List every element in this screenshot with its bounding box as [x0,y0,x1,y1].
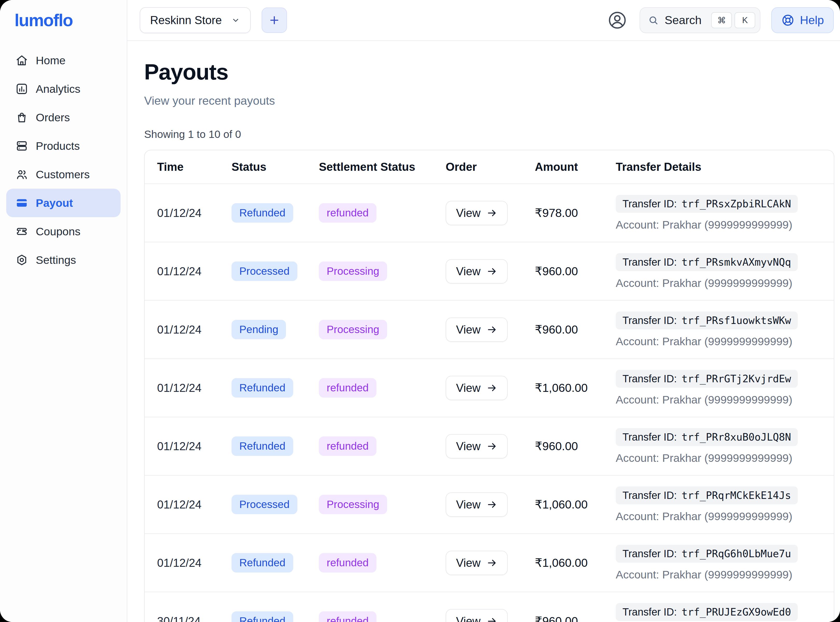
transfer-id-label: Transfer ID: [623,606,677,618]
payout-time: 01/12/24 [157,498,232,511]
view-order-button[interactable]: View [446,609,508,622]
transfer-id-label: Transfer ID: [623,548,677,559]
status-badge: Pending [232,320,286,339]
settings-icon [15,254,28,266]
column-header-settlement-status: Settlement Status [319,160,446,173]
help-label: Help [800,14,824,27]
help-button[interactable]: Help [771,7,834,33]
sidebar-item-label: Analytics [36,83,80,95]
view-order-button[interactable]: View [446,376,508,400]
home-icon [15,54,28,67]
transfer-id-chip: Transfer ID: trf_PRsmkvAXmyvNQq [616,253,798,271]
sidebar-item-label: Settings [36,254,76,267]
view-button-label: View [456,440,481,453]
sidebar-item-orders[interactable]: Orders [6,103,121,132]
sidebar-item-products[interactable]: Products [6,132,121,160]
payout-amount: ₹978.00 [535,206,616,220]
transfer-id-chip: Transfer ID: trf_PRUJEzGX9owEd0 [616,603,798,621]
sidebar-item-coupons[interactable]: Coupons [6,217,121,246]
table-row: 01/12/24 Processed Processing View ₹1,06… [145,475,834,534]
transfer-id-chip: Transfer ID: trf_PRsf1uowktsWKw [616,311,798,329]
transfer-id-value: trf_PRrGTj2KvjrdEw [681,373,791,384]
transfer-id-value: trf_PRsf1uowktsWKw [681,315,791,326]
arrow-right-icon [486,324,497,335]
view-button-label: View [456,615,481,622]
sidebar-item-payout[interactable]: Payout [6,189,121,217]
settlement-cell: refunded [319,611,446,622]
page-subtitle: View your recent payouts [144,94,834,108]
transfer-details-cell: Transfer ID: trf_PRsf1uowktsWKw Account:… [616,311,821,348]
view-order-button[interactable]: View [446,434,508,459]
sidebar-item-analytics[interactable]: Analytics [6,75,121,103]
settlement-cell: refunded [319,203,446,223]
search-input[interactable]: Search ⌘ K [640,7,761,33]
sidebar: lumoflo Home Analytics Orders Products C… [0,0,127,622]
view-order-button[interactable]: View [446,201,508,225]
table-row: 01/12/24 Processed Processing View ₹960.… [145,242,834,300]
transfer-details-cell: Transfer ID: trf_PRqG6h0LbMue7u Account:… [616,545,821,581]
k-key-badge: K [735,12,755,28]
transfer-id-label: Transfer ID: [623,198,677,210]
view-order-button[interactable]: View [446,317,508,342]
payout-time: 30/11/24 [157,615,232,622]
account-info: Account: Prakhar (9999999999999) [616,569,792,581]
settlement-status-badge: refunded [319,553,376,573]
payout-time: 01/12/24 [157,381,232,395]
sidebar-item-label: Coupons [36,225,80,238]
transfer-id-label: Transfer ID: [623,431,677,443]
chevron-down-icon [231,15,240,25]
payout-time: 01/12/24 [157,265,232,278]
status-badge: Refunded [232,611,293,622]
status-badge: Refunded [232,203,293,223]
order-cell: View [446,434,535,459]
payout-time: 01/12/24 [157,323,232,336]
user-avatar-button[interactable] [606,9,629,32]
results-count: Showing 1 to 10 of 0 [144,128,834,140]
sidebar-item-label: Customers [36,168,90,181]
store-selector[interactable]: Reskinn Store [140,7,251,33]
arrow-right-icon [486,266,497,277]
account-info: Account: Prakhar (9999999999999) [616,452,792,464]
main-column: Reskinn Store Search ⌘ K Help [127,0,840,622]
status-cell: Refunded [232,378,319,398]
view-order-button[interactable]: View [446,492,508,517]
arrow-right-icon [486,558,497,569]
transfer-details-cell: Transfer ID: trf_PRr8xuB0oJLQ8N Account:… [616,428,821,464]
search-shortcut: ⌘ K [711,12,755,28]
transfer-id-value: trf_PRqrMCkEkE14Js [681,489,791,501]
sidebar-item-home[interactable]: Home [6,46,121,75]
sidebar-item-customers[interactable]: Customers [6,160,121,189]
settlement-cell: refunded [319,436,446,456]
arrow-right-icon [486,383,497,393]
settlement-status-badge: refunded [319,378,376,398]
status-cell: Refunded [232,553,319,573]
order-cell: View [446,259,535,284]
arrow-right-icon [486,441,497,452]
table-row: 01/12/24 Refunded refunded View ₹978.00 … [145,183,834,242]
payout-time: 01/12/24 [157,207,232,220]
transfer-details-cell: Transfer ID: trf_PRsxZpbiRLCAkN Account:… [616,195,821,231]
view-order-button[interactable]: View [446,551,508,575]
view-order-button[interactable]: View [446,259,508,284]
settlement-status-badge: refunded [319,611,376,622]
account-info: Account: Prakhar (9999999999999) [616,335,792,348]
plus-icon [268,14,280,26]
status-badge: Refunded [232,553,293,573]
sidebar-item-settings[interactable]: Settings [6,246,121,274]
lumoflo-logo: lumoflo [15,11,73,30]
transfer-id-chip: Transfer ID: trf_PRr8xuB0oJLQ8N [616,428,798,446]
transfer-id-label: Transfer ID: [623,315,677,326]
table-row: 01/12/24 Refunded refunded View ₹960.00 … [145,417,834,475]
sidebar-item-label: Orders [36,111,70,124]
settlement-status-badge: Processing [319,495,387,514]
view-button-label: View [456,498,481,511]
transfer-id-value: trf_PRqG6h0LbMue7u [681,548,791,559]
order-cell: View [446,492,535,517]
table-row: 30/11/24 Refunded refunded View ₹960.00 … [145,592,834,622]
payout-amount: ₹1,060.00 [535,556,616,570]
column-header-time: Time [157,160,232,173]
column-header-status: Status [232,160,319,173]
order-cell: View [446,609,535,622]
view-button-label: View [456,381,481,395]
add-store-button[interactable] [261,8,287,33]
